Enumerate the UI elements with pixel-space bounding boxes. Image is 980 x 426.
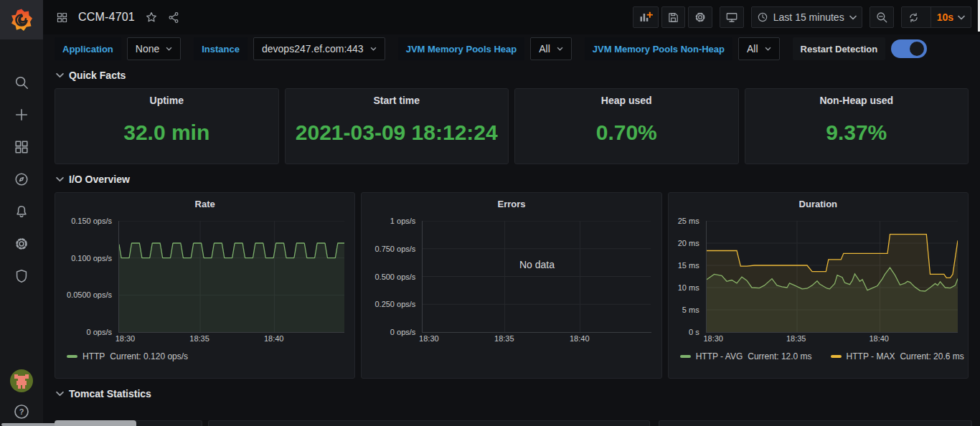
clock-icon — [757, 11, 768, 23]
svg-text:?: ? — [19, 407, 24, 416]
instance-select[interactable]: devops247.ef.com:443 — [253, 37, 385, 60]
panel-errors: Errors 0 ops/s0.250 ops/s0.500 ops/s0.75… — [361, 192, 661, 379]
horizontal-scrollbar-thumb[interactable] — [55, 420, 136, 426]
zoom-out-time-button[interactable] — [870, 6, 894, 28]
legend-item[interactable]: HTTP - AVGCurrent: 12.0 ms — [680, 351, 812, 361]
variable-restart-detection: Restart Detection — [793, 37, 928, 60]
jvm-heap-select[interactable]: All — [530, 37, 572, 60]
restart-detection-toggle[interactable] — [891, 39, 927, 58]
jvm-nonheap-value: All — [747, 43, 758, 55]
avatar-image — [9, 369, 34, 393]
share-icon[interactable] — [168, 11, 180, 24]
panel-uptime[interactable]: Uptime 32.0 min — [55, 88, 279, 164]
legend-item[interactable]: HTTP - MAXCurrent: 20.6 ms — [831, 351, 964, 361]
duration-plot-area[interactable] — [706, 221, 958, 333]
grafana-logo[interactable] — [0, 0, 43, 39]
dashboards-grid-icon[interactable] — [13, 138, 30, 156]
chevron-down-icon — [56, 391, 64, 397]
section-tomcat-statistics[interactable]: Tomcat Statistics — [56, 388, 969, 399]
explore-compass-icon[interactable] — [13, 171, 30, 188]
application-value: None — [136, 43, 159, 55]
panel-heap-used[interactable]: Heap used 0.70% — [514, 88, 739, 164]
top-navbar: CCM-4701 — [43, 0, 980, 34]
x-tick-label: 18:30 — [697, 334, 729, 343]
grafana-app: ? CCM-4701 — [0, 0, 980, 426]
server-admin-shield-icon[interactable] — [13, 268, 30, 285]
series-fill — [119, 243, 344, 332]
user-avatar[interactable] — [9, 369, 34, 396]
jvm-heap-value: All — [539, 43, 550, 55]
y-tick-label: 0.100 ops/s — [71, 254, 112, 262]
chevron-down-icon — [370, 47, 377, 51]
legend-current-value: Current: 12.0 ms — [748, 351, 811, 361]
configuration-gear-icon[interactable] — [13, 235, 30, 252]
add-panel-icon — [639, 10, 653, 24]
errors-plot-area[interactable]: No data — [422, 221, 651, 333]
instance-value: devops247.ef.com:443 — [262, 43, 364, 55]
chevron-down-icon — [849, 15, 857, 20]
sidebar: ? — [0, 0, 43, 426]
legend-item[interactable]: HTTPCurrent: 0.120 ops/s — [67, 351, 188, 361]
stat-value: 2021-03-09 18:12:24 — [286, 106, 509, 164]
y-tick-label: 10 ms — [678, 283, 699, 292]
star-icon[interactable] — [145, 11, 158, 24]
legend-label: HTTP — [83, 351, 105, 361]
legend-color-dash — [831, 355, 842, 358]
refresh-interval-picker[interactable]: 10s — [930, 7, 971, 27]
x-tick-label: 18:35 — [489, 334, 520, 343]
partial-panel — [659, 420, 972, 426]
io-overview-row: Rate 0 ops/s0.0500 ops/s0.100 ops/s0.150… — [55, 192, 969, 379]
gear-icon — [694, 11, 707, 24]
y-tick-label: 0 ops/s — [390, 328, 415, 336]
rate-plot-area[interactable] — [118, 221, 344, 333]
duration-legend: HTTP - AVGCurrent: 12.0 msHTTP - MAXCurr… — [680, 351, 968, 361]
x-tick-label: 18:30 — [413, 334, 445, 343]
instance-label: Instance — [194, 37, 248, 60]
application-label: Application — [55, 37, 121, 60]
save-dashboard-button[interactable] — [661, 6, 685, 28]
x-tick-label: 18:40 — [863, 334, 895, 343]
add-panel-button[interactable] — [633, 6, 659, 28]
help-icon[interactable]: ? — [13, 403, 30, 420]
x-axis: 18:3018:3518:40 — [422, 333, 651, 344]
section-quick-facts[interactable]: Quick Facts — [56, 70, 969, 81]
stat-value: 9.37% — [745, 106, 969, 164]
legend-current-value: Current: 0.120 ops/s — [110, 351, 188, 361]
y-axis: 0 ops/s0.0500 ops/s0.100 ops/s0.150 ops/… — [62, 221, 118, 333]
time-range-label: Last 15 minutes — [773, 11, 844, 23]
create-plus-icon[interactable] — [13, 106, 30, 123]
y-tick-label: 0.750 ops/s — [374, 245, 415, 253]
jvm-nonheap-select[interactable]: All — [738, 37, 780, 60]
panel-title[interactable]: Duration — [669, 193, 968, 221]
legend-label: HTTP - MAX — [847, 351, 895, 361]
section-io-overview[interactable]: I/O Overview — [56, 174, 969, 185]
dashboard-settings-button[interactable] — [688, 6, 712, 28]
chevron-down-icon — [958, 15, 965, 20]
series-fill — [707, 235, 958, 332]
application-select[interactable]: None — [127, 37, 181, 60]
alerting-bell-icon[interactable] — [13, 203, 30, 220]
toggle-knob — [910, 42, 924, 56]
panel-start-time[interactable]: Start time 2021-03-09 18:12:24 — [285, 88, 509, 164]
y-tick-label: 5 ms — [682, 306, 699, 314]
panel-nonheap-used[interactable]: Non-Heap used 9.37% — [745, 88, 969, 164]
chevron-down-icon — [56, 176, 64, 182]
stat-value: 0.70% — [515, 106, 738, 164]
dashboard-grid-icon — [56, 11, 68, 24]
refresh-interval-label: 10s — [937, 11, 953, 23]
panel-rate: Rate 0 ops/s0.0500 ops/s0.100 ops/s0.150… — [55, 192, 355, 379]
y-tick-label: 0 ops/s — [87, 328, 112, 336]
y-tick-label: 25 ms — [678, 217, 699, 225]
variable-jvm-heap: JVM Memory Pools Heap All — [398, 37, 572, 60]
x-axis: 18:3018:3518:40 — [706, 333, 958, 344]
time-range-picker[interactable]: Last 15 minutes — [751, 6, 862, 28]
tomcat-panels-partial — [55, 420, 972, 426]
variables-row: Application None Instance devops247.ef.c… — [55, 37, 969, 60]
zoom-out-icon — [875, 11, 888, 24]
section-title: Quick Facts — [69, 70, 126, 81]
cycle-view-mode-button[interactable] — [720, 6, 744, 28]
refresh-button[interactable] — [902, 7, 925, 27]
x-tick-label: 18:40 — [564, 334, 595, 343]
search-icon[interactable] — [13, 74, 30, 91]
variable-instance: Instance devops247.ef.com:443 — [194, 37, 385, 60]
